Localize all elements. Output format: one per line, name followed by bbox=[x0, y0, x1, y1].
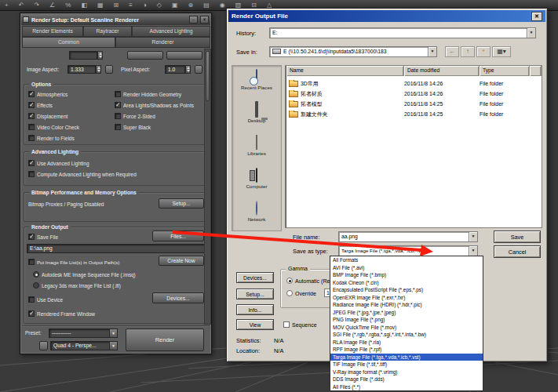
checkbox-video-color-check[interactable]: Video Color Check bbox=[28, 123, 79, 131]
checkbox[interactable] bbox=[283, 321, 290, 328]
format-option[interactable]: Radiance Image File (HDRI) (*.hdr,*.pic) bbox=[330, 301, 483, 309]
bitmap-setup-button[interactable]: Setup... bbox=[159, 198, 204, 209]
format-option[interactable]: Kodak Cineon (*.cin) bbox=[330, 279, 483, 287]
toolbar-icon[interactable]: % bbox=[65, 1, 71, 10]
radio[interactable] bbox=[286, 278, 293, 284]
checkbox[interactable] bbox=[115, 102, 121, 108]
toolbar-icon[interactable]: ▣ bbox=[172, 1, 178, 10]
image-aspect-field[interactable]: 1.333 bbox=[67, 65, 96, 74]
file-row[interactable]: 3D常用 2016/11/8 14:26 File folder bbox=[286, 78, 541, 89]
tab-render-elements[interactable]: Render Elements bbox=[22, 26, 83, 37]
checkbox[interactable] bbox=[28, 259, 35, 265]
format-option[interactable]: All Formats bbox=[330, 256, 483, 264]
pixel-aspect-field[interactable]: 1.0 bbox=[165, 65, 185, 74]
image-aspect-spinner[interactable] bbox=[96, 65, 101, 74]
format-option[interactable]: MOV QuickTime File (*.mov) bbox=[330, 324, 483, 332]
toolbar-icon[interactable]: ⊕ bbox=[188, 1, 193, 10]
output-size-spinner[interactable] bbox=[97, 51, 103, 60]
checkbox[interactable] bbox=[115, 124, 121, 130]
radio[interactable] bbox=[286, 290, 293, 296]
checkbox[interactable] bbox=[28, 113, 35, 119]
toolbar-icon[interactable]: ▤ bbox=[203, 1, 210, 10]
file-row[interactable]: 拓者材质 2016/11/8 14:26 File folder bbox=[286, 89, 541, 99]
format-option[interactable]: OpenEXR Image File (*.exr,*.fxr) bbox=[330, 294, 483, 302]
radio-legacy-ifl[interactable]: Legacy 3ds max Image File List (.ifl) bbox=[33, 281, 121, 289]
output-dialog-titlebar[interactable]: Render Output File ✕ bbox=[228, 10, 545, 22]
checkbox-displacement[interactable]: Displacement bbox=[28, 112, 67, 120]
save-in-combo[interactable]: E (\\10.50.241.6\d)\inputdata5\1837000\1… bbox=[269, 46, 437, 57]
output-path-field[interactable]: E:\aa.png bbox=[27, 244, 206, 253]
pixel-aspect-lock-icon[interactable] bbox=[195, 65, 202, 74]
format-option[interactable]: SGI File (*.rgb,*.rgba,*.sgi,*.int,*.int… bbox=[330, 331, 483, 339]
checkbox[interactable] bbox=[115, 113, 121, 119]
radio-gamma-override[interactable]: Override bbox=[286, 290, 316, 296]
place-network[interactable]: Network bbox=[233, 201, 280, 222]
place-computer[interactable]: Computer bbox=[233, 169, 280, 189]
toolbar-icon[interactable]: ↷ bbox=[34, 1, 39, 10]
history-combo[interactable]: E:▼ bbox=[269, 27, 536, 38]
pixel-aspect-spinner[interactable] bbox=[185, 65, 191, 74]
checkbox[interactable] bbox=[28, 102, 35, 108]
chevron-down-icon[interactable]: ▼ bbox=[109, 329, 117, 337]
toolbar-icon[interactable]: ∠ bbox=[49, 1, 55, 10]
format-option[interactable]: V-Ray image format (*.vrimg) bbox=[330, 368, 483, 376]
toolbar-icon[interactable]: ◑ bbox=[143, 1, 147, 10]
toolbar-icon[interactable]: ◇ bbox=[157, 1, 162, 10]
output-size-field[interactable] bbox=[69, 51, 97, 60]
checkbox[interactable] bbox=[28, 234, 35, 240]
setup-button[interactable]: Setup... bbox=[236, 289, 274, 299]
chevron-down-icon[interactable]: ▼ bbox=[469, 232, 477, 241]
checkbox-area-lights[interactable]: Area Lights/Shadows as Points bbox=[115, 101, 194, 109]
file-row[interactable]: 新建文件夹 2016/11/8 14:25 File folder bbox=[286, 109, 541, 119]
viewport-combo[interactable]: Quad 4 - Perspe...▼ bbox=[50, 341, 118, 350]
checkbox-super-black[interactable]: Super Black bbox=[115, 123, 151, 131]
format-option[interactable]: All Files (*.*) bbox=[330, 383, 483, 391]
files-button[interactable]: Files... bbox=[152, 230, 204, 241]
minimize-icon[interactable]: – bbox=[189, 16, 198, 24]
toolbar-icon[interactable]: ◉ bbox=[220, 1, 225, 10]
format-option[interactable]: AVI File (*.avi) bbox=[330, 264, 483, 272]
tab-renderer[interactable]: Renderer bbox=[115, 37, 210, 48]
column-header-type[interactable]: Type bbox=[480, 66, 530, 76]
toolbar-icon[interactable]: ⊞ bbox=[114, 1, 119, 10]
image-aspect-lock-icon[interactable] bbox=[105, 65, 113, 74]
file-row[interactable]: 拓者模型 2016/11/8 14:25 File folder bbox=[286, 99, 541, 109]
checkbox-use-advanced-lighting[interactable]: Use Advanced Lighting bbox=[28, 159, 89, 167]
format-option[interactable]: RLA Image File (*.rla) bbox=[330, 339, 483, 347]
devices-button[interactable]: Devices... bbox=[152, 292, 204, 303]
format-option[interactable]: Encapsulated PostScript File (*.eps,*.ps… bbox=[330, 286, 483, 294]
column-header-date-modified[interactable]: Date modified bbox=[404, 66, 480, 76]
radio[interactable] bbox=[33, 271, 39, 278]
place-desktop[interactable]: Desktop bbox=[233, 103, 280, 123]
toolbar-icon[interactable]: ◧ bbox=[81, 1, 87, 10]
save-as-type-combo[interactable]: Targa Image File (*.tga,*.vda,*.icb,*.vs… bbox=[338, 245, 478, 256]
preset-combo[interactable]: -----------▼ bbox=[49, 328, 118, 338]
column-header-name[interactable]: Name bbox=[286, 66, 404, 76]
checkbox-force-2-sided[interactable]: Force 2-Sided bbox=[115, 112, 155, 120]
format-option[interactable]: RPF Image File (*.rpf) bbox=[330, 346, 483, 354]
checkbox-render-hidden-geometry[interactable]: Render Hidden Geometry bbox=[115, 90, 181, 98]
scrollbar-thumb[interactable] bbox=[206, 51, 210, 101]
cancel-button[interactable]: Cancel bbox=[494, 245, 541, 258]
checkbox[interactable] bbox=[28, 135, 35, 141]
checkbox-sequence[interactable]: Sequence bbox=[283, 321, 317, 328]
save-button[interactable]: Save bbox=[494, 230, 541, 243]
format-option[interactable]: PNG Image File (*.png) bbox=[330, 316, 483, 324]
close-icon[interactable]: ✕ bbox=[200, 16, 209, 24]
tab-common[interactable]: Common bbox=[22, 37, 115, 48]
checkbox-rendered-frame-window[interactable]: Rendered Frame Window bbox=[28, 310, 95, 318]
chevron-down-icon[interactable]: ▼ bbox=[428, 47, 436, 56]
chevron-down-icon[interactable]: ▼ bbox=[109, 342, 117, 350]
viewport-lock-icon[interactable] bbox=[39, 341, 48, 350]
chevron-down-icon[interactable]: ▼ bbox=[527, 28, 535, 38]
format-option[interactable]: DDS Image File (*.dds) bbox=[330, 376, 483, 383]
render-setup-scrollbar[interactable] bbox=[204, 49, 211, 325]
create-now-button[interactable]: Create Now bbox=[159, 256, 204, 266]
radio-autodesk-me-sequence[interactable]: Autodesk ME Image Sequence File (.imsq) bbox=[33, 270, 136, 278]
format-option-selected[interactable]: Targa Image File (*.tga,*.vda,*.icb,*.vs… bbox=[330, 354, 483, 361]
devices-button[interactable]: Devices... bbox=[236, 272, 274, 283]
checkbox-save-file[interactable]: Save File bbox=[28, 233, 58, 241]
up-one-level-icon[interactable]: ↑ bbox=[461, 46, 475, 57]
checkbox-put-image-file-list[interactable]: Put Image File List(s) in Output Path(s) bbox=[28, 258, 119, 266]
place-libraries[interactable]: Libraries bbox=[233, 136, 280, 156]
